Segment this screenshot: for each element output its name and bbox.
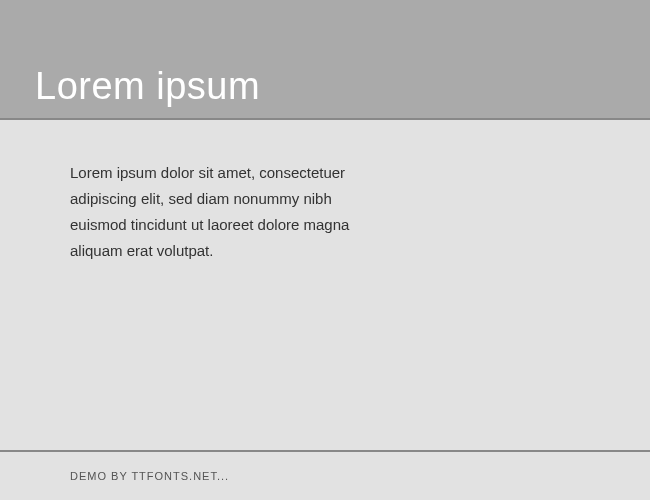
footer-credit: Demo by ttfonts.net... xyxy=(70,470,229,482)
main-content: Lorem ipsum dolor sit amet, consectetuer… xyxy=(0,120,650,450)
footer-bar: Demo by ttfonts.net... xyxy=(0,450,650,500)
body-paragraph: Lorem ipsum dolor sit amet, consectetuer… xyxy=(70,160,380,264)
header-banner: Lorem ipsum xyxy=(0,0,650,120)
page-title: Lorem ipsum xyxy=(35,65,260,108)
